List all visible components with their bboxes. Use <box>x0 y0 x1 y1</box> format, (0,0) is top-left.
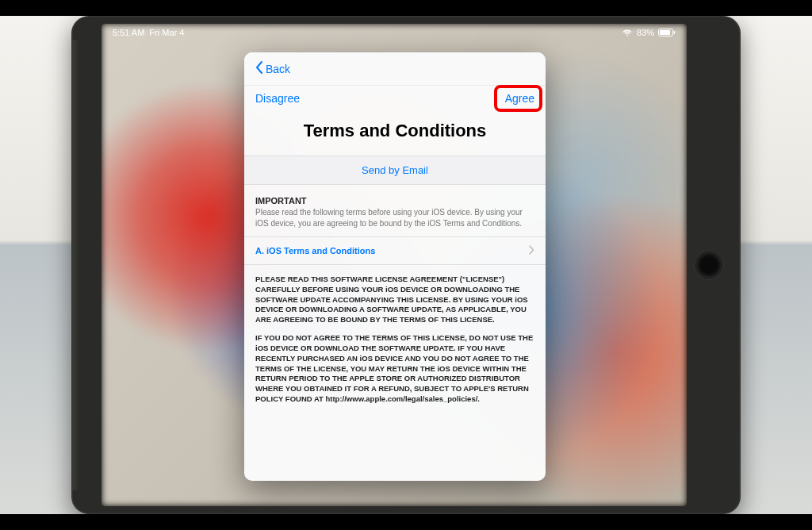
license-p2: IF YOU DO NOT AGREE TO THE TERMS OF THIS… <box>255 333 534 405</box>
important-body: Please read the following terms before u… <box>255 207 534 229</box>
license-p1: PLEASE READ THIS SOFTWARE LICENSE AGREEM… <box>255 275 534 325</box>
status-time: 5:51 AM <box>113 28 144 37</box>
wifi-icon <box>622 29 633 36</box>
back-button[interactable]: Back <box>255 61 290 76</box>
status-bar: 5:51 AM Fri Mar 4 83% <box>102 24 687 41</box>
action-row: Disagree Agree <box>244 86 546 111</box>
home-button[interactable] <box>695 251 723 279</box>
letterbox-top <box>0 0 812 16</box>
terms-sheet: Back Disagree Agree Terms and Conditions… <box>244 52 546 481</box>
ios-terms-link[interactable]: A. iOS Terms and Conditions <box>244 236 546 265</box>
license-text: PLEASE READ THIS SOFTWARE LICENSE AGREEM… <box>244 265 546 422</box>
important-heading: IMPORTANT <box>255 196 534 205</box>
status-left: 5:51 AM Fri Mar 4 <box>113 28 184 37</box>
important-block: IMPORTANT Please read the following term… <box>244 185 546 236</box>
nav-bar: Back <box>244 52 546 86</box>
svg-rect-1 <box>660 30 670 35</box>
chevron-left-icon <box>255 61 263 76</box>
status-battery-pct: 83% <box>637 28 654 37</box>
status-right: 83% <box>622 28 676 37</box>
ipad-frame: 5:51 AM Fri Mar 4 83% Back <box>71 16 741 514</box>
back-label: Back <box>266 63 290 75</box>
svg-rect-2 <box>674 31 676 34</box>
section-link-label: A. iOS Terms and Conditions <box>255 246 375 255</box>
chevron-right-icon <box>528 245 534 256</box>
ipad-cover-edge <box>71 40 79 490</box>
agree-button[interactable]: Agree <box>505 92 534 105</box>
disagree-button[interactable]: Disagree <box>255 92 300 105</box>
send-by-email-button[interactable]: Send by Email <box>244 156 546 185</box>
ipad-screen: 5:51 AM Fri Mar 4 83% Back <box>102 24 687 506</box>
sheet-title: Terms and Conditions <box>244 111 546 156</box>
battery-icon <box>658 29 676 36</box>
letterbox-bottom <box>0 514 812 530</box>
status-date: Fri Mar 4 <box>149 28 184 37</box>
